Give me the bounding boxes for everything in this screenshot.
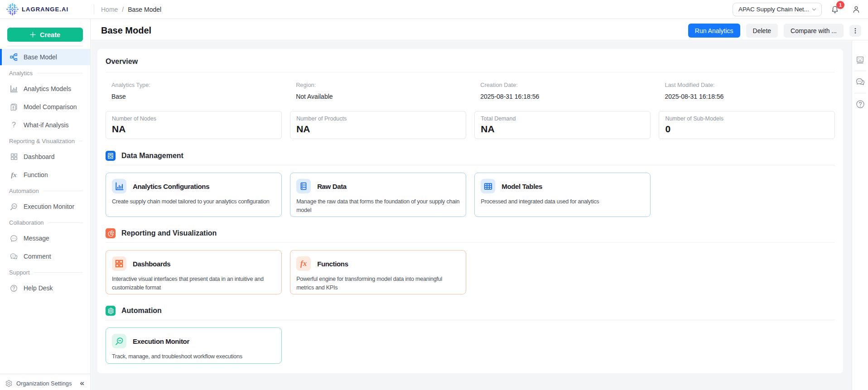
stat-number-of-nodes: Number of Nodes NA bbox=[106, 111, 282, 139]
sidebar-item-label: Model Comparison bbox=[24, 103, 77, 111]
breadcrumb: Home / Base Model bbox=[101, 6, 161, 13]
sidebar-item-label: Function bbox=[24, 171, 48, 178]
sidebar-footer: Organization Settings « bbox=[0, 374, 90, 390]
sidebar-item-analytics-models[interactable]: Analytics Models bbox=[0, 81, 90, 97]
right-rail bbox=[852, 41, 868, 390]
sidebar-item-function[interactable]: fx Function bbox=[0, 167, 90, 183]
sidebar-item-model-comparison[interactable]: Model Comparison bbox=[0, 99, 90, 115]
compare-with-button[interactable]: Compare with ... bbox=[784, 24, 844, 38]
card-raw-data[interactable]: Raw Data Manage the raw data that forms … bbox=[290, 173, 466, 217]
data-management-icon bbox=[106, 151, 116, 161]
dashboard-grid-icon bbox=[10, 153, 18, 160]
create-button[interactable]: Create bbox=[7, 28, 83, 42]
sidebar-item-label: Message bbox=[24, 235, 49, 242]
help-panel-button[interactable] bbox=[852, 98, 868, 111]
card-analytics-configurations[interactable]: Analytics Configurations Create supply c… bbox=[106, 173, 282, 217]
field-value: Not Available bbox=[296, 93, 466, 100]
card-model-tables[interactable]: Model Tables Processed and integrated da… bbox=[474, 173, 651, 217]
sidebar-collapse-button[interactable]: « bbox=[80, 379, 84, 388]
header-divider bbox=[94, 5, 94, 14]
card-desc: Powerful engine for transforming model d… bbox=[296, 275, 460, 292]
section-title: Automation bbox=[121, 307, 162, 315]
workspace-select[interactable]: APAC Supply Chain Net... bbox=[733, 3, 822, 16]
field-label: Region: bbox=[296, 82, 466, 88]
field-region: Region: Not Available bbox=[290, 82, 466, 100]
assistant-panel-button[interactable] bbox=[852, 53, 868, 66]
sidebar-group-automation: Automation bbox=[0, 184, 90, 197]
field-label: Creation Date: bbox=[480, 82, 651, 88]
help-circle-icon bbox=[10, 284, 18, 292]
card-desc: Manage the raw data that forms the found… bbox=[296, 197, 460, 214]
notifications-button[interactable]: 1 bbox=[831, 5, 839, 14]
model-panel: Overview Analytics Type: Base Region: No… bbox=[97, 49, 843, 373]
card-execution-monitor[interactable]: Execution Monitor Track, manage, and tro… bbox=[106, 327, 282, 364]
bar-chart-icon bbox=[10, 85, 18, 93]
user-menu-button[interactable] bbox=[852, 5, 860, 14]
sidebar-group-collaboration: Collaboration bbox=[0, 216, 90, 229]
field-value: Base bbox=[111, 93, 282, 100]
sidebar-item-execution-monitor[interactable]: Execution Monitor bbox=[0, 198, 90, 215]
comments-panel-button[interactable] bbox=[852, 76, 868, 88]
analytics-configurations-icon bbox=[112, 179, 126, 193]
base-model-icon bbox=[10, 53, 18, 61]
document-diff-icon bbox=[10, 103, 18, 111]
overview-divider bbox=[106, 72, 835, 72]
sidebar-item-label: Dashboard bbox=[24, 153, 55, 160]
user-icon bbox=[852, 5, 860, 14]
delete-button[interactable]: Delete bbox=[746, 24, 778, 38]
rail-divider bbox=[854, 71, 866, 71]
gear-icon bbox=[5, 380, 13, 387]
automation-gear-icon bbox=[106, 306, 116, 316]
raw-data-icon bbox=[296, 179, 311, 193]
brand-logo[interactable]: LAGRANGE.AI bbox=[0, 3, 94, 15]
breadcrumb-separator: / bbox=[122, 6, 124, 13]
more-actions-button[interactable] bbox=[849, 25, 861, 37]
page-title-bar: Base Model Run Analytics Delete Compare … bbox=[91, 19, 868, 40]
sidebar-item-label: What-if Analysis bbox=[24, 121, 69, 129]
chevron-down-icon bbox=[811, 7, 817, 12]
data-management-cards: Analytics Configurations Create supply c… bbox=[106, 173, 835, 217]
sidebar-item-base-model[interactable]: Base Model bbox=[0, 49, 90, 65]
execution-monitor-icon bbox=[112, 334, 126, 348]
sidebar: Create Base Model Analytics Analytics Mo… bbox=[0, 19, 91, 390]
stat-number-of-products: Number of Products NA bbox=[290, 111, 466, 139]
breadcrumb-current: Base Model bbox=[128, 6, 161, 13]
sidebar-item-label: Comment bbox=[24, 253, 51, 260]
card-title: Dashboards bbox=[133, 260, 170, 268]
reporting-cards: Dashboards Interactive visual interfaces… bbox=[106, 250, 835, 294]
breadcrumb-home[interactable]: Home bbox=[101, 6, 118, 13]
field-value: 2025-08-31 16:18:56 bbox=[665, 93, 835, 100]
section-automation-header: Automation bbox=[106, 306, 835, 316]
field-label: Last Modified Date: bbox=[665, 82, 835, 88]
section-title: Data Management bbox=[121, 152, 183, 160]
sidebar-item-label: Help Desk bbox=[24, 284, 53, 292]
card-desc: Interactive visual interfaces that prese… bbox=[112, 275, 275, 292]
functions-fx-icon: fx bbox=[296, 256, 311, 271]
dots-vertical-icon bbox=[852, 28, 858, 34]
reporting-pie-icon bbox=[106, 228, 116, 238]
stat-value: 0 bbox=[665, 124, 829, 135]
organization-settings-link[interactable]: Organization Settings bbox=[16, 380, 77, 387]
overview-stats: Number of Nodes NA Number of Products NA… bbox=[106, 111, 835, 139]
section-reporting-header: Reporting and Visualization bbox=[106, 228, 835, 238]
sidebar-item-what-if-analysis[interactable]: ? What-if Analysis bbox=[0, 117, 90, 133]
model-tables-icon bbox=[481, 179, 495, 193]
sidebar-item-comment[interactable]: Comment bbox=[0, 248, 90, 265]
chat-bubbles-icon bbox=[856, 77, 865, 87]
card-functions[interactable]: fx Functions Powerful engine for transfo… bbox=[290, 250, 466, 294]
field-value: 2025-08-31 16:18:56 bbox=[480, 93, 651, 100]
card-title: Analytics Configurations bbox=[133, 183, 209, 190]
sidebar-item-help-desk[interactable]: Help Desk bbox=[0, 280, 90, 296]
sidebar-item-dashboard[interactable]: Dashboard bbox=[0, 149, 90, 165]
sidebar-group-reporting: Reporting & Visualization bbox=[0, 134, 90, 148]
sidebar-item-label: Execution Monitor bbox=[24, 203, 74, 210]
workspace-select-value: APAC Supply Chain Net... bbox=[738, 6, 809, 13]
notification-badge: 1 bbox=[836, 1, 844, 9]
sidebar-item-message[interactable]: Message bbox=[0, 230, 90, 246]
sidebar-nav: Base Model Analytics Analytics Models Mo… bbox=[0, 46, 90, 374]
dashboards-grid-icon bbox=[112, 256, 126, 271]
automation-cards: Execution Monitor Track, manage, and tro… bbox=[106, 327, 835, 364]
stat-label: Total Demand bbox=[481, 116, 644, 122]
card-dashboards[interactable]: Dashboards Interactive visual interfaces… bbox=[106, 250, 282, 294]
run-analytics-button[interactable]: Run Analytics bbox=[688, 24, 740, 38]
